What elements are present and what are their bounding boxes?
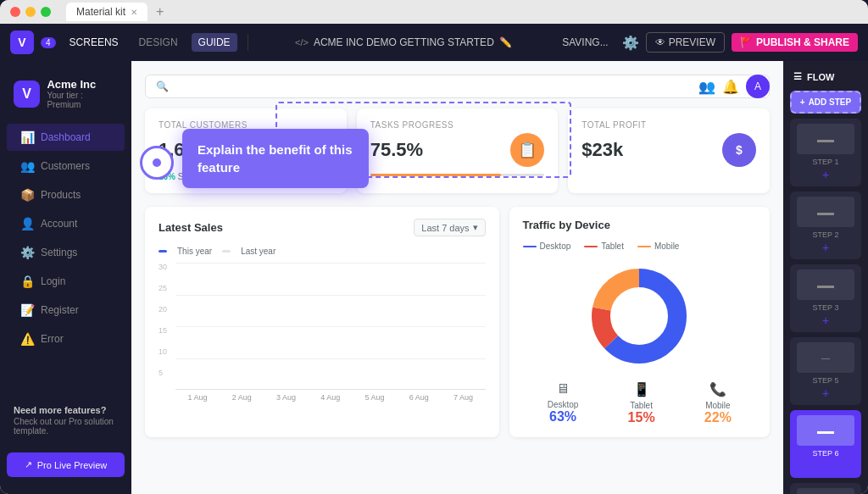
mobile-icon: 📞	[704, 381, 732, 397]
step-1-thumbnail: ▬▬	[797, 124, 854, 154]
settings-icon[interactable]: ⚙️	[622, 35, 639, 51]
products-icon: 📦	[20, 188, 34, 202]
legend-last-year-label: Last year	[241, 247, 275, 256]
project-title-area: </> ACME INC DEMO GETTING STARTED ✏️	[259, 36, 549, 48]
add-step-button[interactable]: + ADD STEP	[790, 91, 861, 114]
stat-label-profit: TOTAL PROFIT	[581, 120, 756, 130]
nav-right: SAVING... ⚙️ 👁 PREVIEW 🚩 PUBLISH & SHARE	[555, 32, 858, 53]
bar-label-5: 5 Aug	[353, 393, 397, 402]
flow-step-5[interactable]: — STEP 5 +	[790, 337, 861, 405]
sidebar: V Acme Inc Your tier : Premium 📊 Dashboa…	[0, 61, 131, 494]
new-tab-icon[interactable]: +	[156, 4, 164, 19]
sidebar-item-products[interactable]: 📦 Products	[7, 181, 125, 208]
step-3-plus[interactable]: +	[797, 314, 854, 327]
users-icon[interactable]: 👥	[698, 79, 715, 95]
mobile-label: Mobile	[704, 401, 732, 410]
legend-mobile-line	[637, 246, 651, 247]
bar-label-4: 4 Aug	[309, 393, 353, 402]
step-5-thumbnail: —	[797, 342, 854, 373]
sidebar-item-login[interactable]: 🔒 Login	[7, 268, 125, 295]
bar-labels: 1 Aug 2 Aug 3 Aug 4 Aug 5 Aug 6 Aug 7 Au…	[175, 393, 486, 402]
sidebar-label-settings: Settings	[41, 247, 77, 258]
app-container: V 4 SCREENS DESIGN GUIDE </> ACME INC DE…	[0, 24, 868, 494]
titlebar: Material kit ✕ +	[0, 0, 868, 24]
sidebar-item-settings[interactable]: ⚙️ Settings	[7, 239, 125, 266]
flow-step-7[interactable]: </> STEP 7	[790, 483, 861, 494]
filter-label: Last 7 days	[421, 223, 469, 233]
preview-button[interactable]: 👁 PREVIEW	[646, 32, 725, 53]
browser-tab[interactable]: Material kit ✕	[66, 3, 147, 21]
company-info: Acme Inc Your tier : Premium	[47, 78, 118, 109]
step-3-thumbnail: ▬▬	[797, 269, 854, 300]
legend-desktop-label: Desktop	[540, 241, 571, 251]
flow-step-3[interactable]: ▬▬ STEP 3 +	[790, 264, 861, 332]
edit-icon[interactable]: ✏️	[499, 36, 512, 48]
flow-step-2[interactable]: ▬▬ STEP 2 +	[790, 191, 861, 259]
content-area: V Acme Inc Your tier : Premium 📊 Dashboa…	[0, 61, 868, 494]
flow-header: ☰ FLOW	[790, 68, 861, 86]
sidebar-footer: Need more features? Check out our Pro so…	[0, 395, 131, 446]
step-1-label: STEP 1	[797, 158, 854, 166]
tooltip-anchor	[140, 146, 174, 180]
step-6-plus[interactable]: +	[797, 459, 854, 473]
sidebar-item-account[interactable]: 👤 Account	[7, 210, 125, 237]
close-dot[interactable]	[10, 7, 20, 17]
pro-preview-button[interactable]: ↗ Pro Live Preview	[7, 452, 125, 477]
sidebar-label-products: Products	[41, 189, 81, 201]
stat-tablet: 📱 Tablet 15%	[628, 381, 655, 425]
search-icon: 🔍	[156, 80, 169, 92]
footer-sub: Check out our Pro solution template.	[14, 417, 118, 436]
tooltip-inner-dot	[153, 158, 161, 167]
publish-button[interactable]: 🚩 PUBLISH & SHARE	[732, 33, 858, 52]
bell-icon[interactable]: 🔔	[722, 79, 739, 95]
flow-step-1[interactable]: ▬▬ STEP 1 +	[790, 119, 861, 186]
step-5-plus[interactable]: +	[797, 386, 854, 400]
minimize-dot[interactable]	[25, 7, 36, 17]
maximize-dot[interactable]	[41, 7, 51, 17]
stat-value-tasks: 75.5%	[370, 139, 423, 161]
donut-container	[523, 261, 756, 371]
nav-design[interactable]: DESIGN	[132, 33, 185, 52]
nav-screens[interactable]: SCREENS	[63, 33, 125, 52]
flow-step-6[interactable]: ▬▬ STEP 6 +	[790, 410, 861, 478]
chart-filter-dropdown[interactable]: Last 7 days ▾	[414, 219, 485, 236]
step-2-plus[interactable]: +	[797, 241, 854, 254]
tablet-value: 15%	[628, 410, 655, 425]
latest-sales-header: Latest Sales Last 7 days ▾	[159, 219, 486, 236]
sidebar-label-account: Account	[41, 218, 77, 230]
bar-label-2: 2 Aug	[220, 393, 264, 402]
tab-close-icon[interactable]: ✕	[131, 8, 137, 17]
sidebar-item-customers[interactable]: 👥 Customers	[7, 153, 125, 180]
chevron-down-icon: ▾	[473, 222, 478, 233]
sidebar-label-dashboard: Dashboard	[41, 131, 91, 143]
sidebar-item-error[interactable]: ⚠️ Error	[7, 325, 125, 352]
stat-desktop: 🖥 Desktop 63%	[548, 381, 579, 425]
desktop-label: Desktop	[548, 400, 579, 409]
step-1-plus[interactable]: +	[797, 168, 854, 181]
user-avatar[interactable]: A	[746, 75, 770, 98]
tablet-icon: 📱	[628, 381, 655, 397]
step-7-thumbnail: </>	[797, 488, 854, 494]
search-bar[interactable]: 🔍	[145, 75, 770, 98]
legend-tablet-line	[584, 246, 598, 247]
main-content: 🔍 👥 🔔 A TOTAL CUSTOMERS 1,6k	[131, 61, 783, 494]
sidebar-item-register[interactable]: 📝 Register	[7, 297, 125, 324]
bar-chart-inner: 1 Aug 2 Aug 3 Aug 4 Aug 5 Aug 6 Aug 7 Au…	[175, 263, 486, 402]
step-2-preview: ▬▬	[817, 208, 834, 217]
account-icon: 👤	[20, 217, 34, 230]
dashboard-icon: 📊	[20, 130, 34, 144]
traffic-card: Traffic by Device Desktop Tablet	[509, 207, 770, 437]
step-6-label: STEP 6	[797, 449, 854, 458]
legend-tablet: Tablet	[584, 241, 624, 251]
gridline-1	[175, 263, 486, 264]
bar-label-3: 3 Aug	[264, 393, 308, 402]
add-step-label: ADD STEP	[809, 97, 852, 107]
step-6-preview: ▬▬	[817, 426, 834, 436]
sidebar-item-dashboard[interactable]: 📊 Dashboard	[7, 124, 125, 151]
logo-text: V	[18, 36, 25, 49]
bar-chart-legend: This year Last year	[159, 247, 486, 256]
saving-status: SAVING...	[555, 33, 615, 52]
gridline-3	[175, 326, 486, 327]
nav-guide[interactable]: GUIDE	[192, 33, 237, 52]
sidebar-logo-area: V Acme Inc Your tier : Premium	[0, 71, 131, 123]
